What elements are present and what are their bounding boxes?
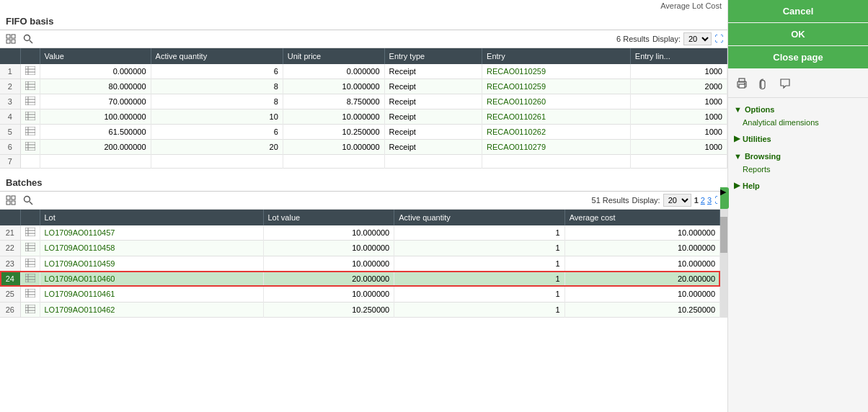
batch-active-qty: 1 [394,241,564,256]
fifo-entry-line: 1000 [630,94,727,109]
fifo-table: Value Active quantity Unit price Entry t… [0,48,727,169]
row-num: 6 [0,140,20,155]
fifo-expand-icon[interactable]: ⛶ [714,34,723,44]
batch-lot: LO1709AO0110461 [40,287,263,302]
fifo-entry: RECAO0110262 [482,125,631,140]
cancel-button[interactable]: Cancel [728,0,868,22]
batch-lot-value: 10.000000 [263,225,394,241]
fifo-row[interactable]: 3 70.000000 8 8.750000 Receipt RECAO0110… [0,94,727,109]
fifo-value: 200.000000 [40,140,151,155]
batch-avg-cost: 10.250000 [564,302,719,317]
reports-link[interactable]: Reports [728,164,868,175]
fifo-active-qty: 8 [151,79,283,94]
fifo-grid-icon[interactable] [4,32,17,45]
comment-icon[interactable] [777,76,793,91]
svg-rect-40 [25,243,35,251]
batches-row[interactable]: 25 LO1709AO0110461 10.000000 1 10.000000 [0,287,720,302]
fifo-entry-type: Receipt [384,109,482,125]
fifo-active-qty: 6 [151,125,283,140]
batches-table: Lot Lot value Active quantity Average co… [0,210,720,318]
batches-display-label: Display: [632,196,660,205]
row-num: 3 [0,94,20,109]
svg-rect-31 [12,196,15,200]
batches-col-lot: Lot [40,210,263,225]
green-tab[interactable]: ▶ [720,187,729,209]
fifo-row[interactable]: 2 80.000000 8 10.000000 Receipt RECAO011… [0,79,727,94]
fifo-unit-price: 0.000000 [283,64,384,79]
fifo-entry-line: 1000 [630,64,727,79]
batch-active-qty: 1 [394,271,564,286]
fifo-row[interactable]: 5 61.500000 6 10.250000 Receipt RECAO011… [0,125,727,140]
batches-results-count: 51 Results [592,196,629,205]
batches-title: Batches [0,173,727,192]
options-header[interactable]: ▼ Options [728,102,868,117]
fifo-col-num [0,48,20,64]
fifo-display-label: Display: [652,35,681,43]
batches-row[interactable]: 26 LO1709AO0110462 10.250000 1 10.250000 [0,302,720,317]
batches-col-lot-value: Lot value [263,210,394,225]
fifo-col-active-qty: Active quantity [151,48,283,64]
batch-active-qty: 1 [394,287,564,302]
fifo-unit-price: 10.000000 [283,140,384,155]
batch-active-qty: 1 [394,256,564,271]
batches-search-icon[interactable] [22,194,35,207]
svg-rect-18 [25,112,35,120]
ok-button[interactable]: OK [728,23,868,45]
svg-rect-6 [25,66,35,75]
utilities-header[interactable]: ▶ Utilities [728,131,868,146]
fifo-entry-line: 1000 [630,140,727,155]
fifo-row[interactable]: 4 100.000000 10 10.000000 Receipt RECAO0… [0,109,727,125]
fifo-row[interactable]: 1 0.000000 6 0.000000 Receipt RECAO01102… [0,64,727,79]
main-content: Average Lot Cost FIFO basis 6 Results Di… [0,0,727,412]
svg-rect-26 [25,142,35,151]
row-icon [20,225,40,241]
batches-row[interactable]: 21 LO1709AO0110457 10.000000 1 10.000000 [0,225,720,241]
batches-toolbar: 51 Results Display: 20 1 2 3 ⛶ [0,192,727,210]
fifo-value: 0.000000 [40,64,151,79]
analytical-dimensions-link[interactable]: Analytical dimensions [728,117,868,128]
print-icon[interactable] [734,76,750,91]
batches-row[interactable]: 24 LO1709AO0110460 20.000000 1 20.000000 [0,271,720,286]
fifo-entry-type: Receipt [384,125,482,140]
page-2[interactable]: 2 [701,196,705,205]
row-num: 4 [0,109,20,125]
batches-col-num [0,210,20,225]
help-header[interactable]: ▶ Help [728,178,868,193]
batch-lot-value: 10.000000 [263,287,394,302]
fifo-entry-type: Receipt [384,94,482,109]
fifo-value: 70.000000 [40,94,151,109]
fifo-entry-type [384,155,482,169]
page-1[interactable]: 1 [694,196,699,205]
row-icon [20,302,40,317]
fifo-row[interactable]: 7 [0,155,727,169]
batches-row[interactable]: 23 LO1709AO0110459 10.000000 1 10.000000 [0,256,720,271]
row-num: 21 [0,225,20,241]
fifo-value: 61.500000 [40,125,151,140]
row-num: 7 [0,155,20,169]
browsing-header[interactable]: ▼ Browsing [728,149,868,164]
row-num: 23 [0,256,20,271]
batches-grid-icon[interactable] [4,194,17,207]
svg-rect-44 [25,259,35,267]
close-page-button[interactable]: Close page [728,46,868,68]
fifo-unit-price: 10.000000 [283,109,384,125]
row-icon [20,287,40,302]
batches-header-row: Lot Lot value Active quantity Average co… [0,210,720,225]
row-num: 5 [0,125,20,140]
fifo-search-icon[interactable] [22,32,35,45]
page-3[interactable]: 3 [707,196,712,205]
batch-active-qty: 1 [394,302,564,317]
batches-display-select[interactable]: 20 [663,194,691,207]
fifo-entry: RECAO0110261 [482,109,631,125]
row-icon [20,94,40,109]
fifo-row[interactable]: 6 200.000000 20 10.000000 Receipt RECAO0… [0,140,727,155]
fifo-col-value: Value [40,48,151,64]
batch-avg-cost: 10.000000 [564,225,719,241]
fifo-entry: RECAO0110279 [482,140,631,155]
row-icon [20,64,40,79]
batches-row[interactable]: 22 LO1709AO0110458 10.000000 1 10.000000 [0,241,720,256]
attachment-icon[interactable] [756,76,771,91]
fifo-display-select[interactable]: 20 [683,32,712,45]
row-icon [20,125,40,140]
fifo-tbody: 1 0.000000 6 0.000000 Receipt RECAO01102… [0,64,727,169]
